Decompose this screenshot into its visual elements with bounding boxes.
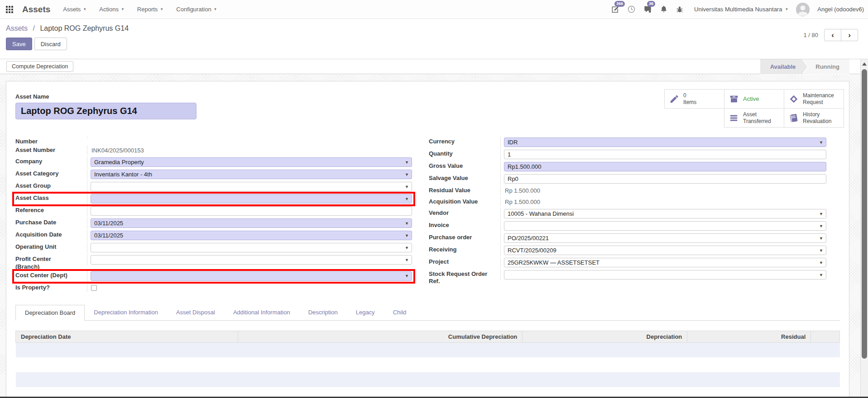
asset-transferred-button[interactable]: Asset Transferred [724, 108, 784, 128]
asset-group-label: Asset Group [15, 181, 87, 190]
tab-child[interactable]: Child [384, 305, 416, 320]
items-label: Items [683, 99, 696, 105]
column-depreciation-date[interactable]: Depreciation Date [16, 331, 238, 342]
tab-asset-disposal[interactable]: Asset Disposal [167, 305, 224, 320]
project-select[interactable]: 25GR25KWKW — ASSETSETSET▼ [504, 258, 826, 267]
purchase-date-input[interactable]: 03/11/2025▼ [91, 218, 412, 228]
breadcrumb-separator: / [33, 24, 34, 32]
notebook-tabs: Depreciation Board Depreciation Informat… [15, 305, 840, 321]
pager-previous-button[interactable]: ‹ [824, 29, 841, 41]
operating-unit-select[interactable]: ▼ [91, 243, 412, 252]
project-label: Project [429, 257, 500, 265]
field-row-profit-center: Profit Center (Branch) ▼ [15, 254, 412, 270]
purchase-order-label: Purchase order [429, 232, 500, 241]
status-available[interactable]: Available [760, 59, 808, 74]
history-revaluation-label: History Revaluation [803, 111, 841, 124]
currency-select[interactable]: IDR▼ [504, 137, 826, 147]
field-row-asset-number: Asset Number INK04/2025/000153 [15, 145, 412, 156]
maintenance-request-button[interactable]: Maintenance Request [784, 89, 844, 109]
apps-grid-icon[interactable] [6, 6, 13, 13]
items-stat-button[interactable]: 0Items [664, 89, 724, 109]
chevron-down-icon: ▼ [214, 7, 217, 11]
active-label: Active [743, 95, 759, 103]
active-toggle-button[interactable]: Active [724, 89, 784, 109]
debug-bug-icon[interactable] [676, 5, 684, 14]
residual-value-label: Residual Value [429, 185, 500, 194]
record-buttons: Save Discard [6, 38, 868, 50]
pencil-icon [669, 94, 679, 104]
history-revaluation-button[interactable]: History Revaluation [784, 108, 844, 128]
activity-clock-icon[interactable] [627, 5, 636, 14]
asset-name-input[interactable]: Laptop ROG Zephyrus G14 [15, 103, 197, 119]
asset-class-select[interactable]: ▼ [91, 194, 412, 204]
right-field-column: Currency IDR▼ Quantity 1 Gross Value Rp1… [429, 137, 826, 295]
is-property-checkbox[interactable] [91, 285, 97, 291]
scrollbar-up-arrow[interactable] [862, 62, 867, 66]
chevron-down-icon: ▼ [160, 7, 163, 11]
maintenance-request-label: Maintenance Request [803, 92, 841, 105]
tab-description[interactable]: Description [299, 305, 347, 320]
gross-value-input[interactable]: Rp1.500.000 [504, 162, 826, 171]
table-header-row: Depreciation Date Cumulative Depreciatio… [16, 331, 840, 342]
quantity-input[interactable]: 1 [504, 150, 826, 159]
user-avatar[interactable] [796, 3, 810, 16]
menu-assets[interactable]: Assets▼ [63, 6, 86, 13]
menu-configuration[interactable]: Configuration▼ [176, 6, 217, 13]
asset-category-select[interactable]: Inventaris Kantor - 4th▼ [91, 170, 412, 179]
breadcrumb-assets-link[interactable]: Assets [6, 24, 28, 32]
compute-depreciation-button[interactable]: Compute Depreciation [6, 61, 73, 72]
salvage-value-input[interactable]: Rp0 [504, 174, 826, 184]
invoice-select[interactable]: ▼ [504, 221, 826, 231]
cost-center-select[interactable]: ▼ [91, 271, 412, 281]
reference-input[interactable] [91, 206, 412, 216]
app-title[interactable]: Assets [22, 5, 50, 14]
discard-button[interactable]: Discard [34, 38, 67, 50]
chevron-down-icon: ▼ [819, 236, 823, 241]
asset-class-label: Asset Class [15, 193, 87, 202]
pager-next-button[interactable]: › [841, 29, 858, 41]
scrollbar-thumb[interactable] [862, 69, 867, 359]
menu-reports[interactable]: Reports▼ [137, 6, 163, 13]
chevron-down-icon: ▼ [121, 7, 125, 11]
messages-icon[interactable]: 366 [611, 5, 619, 14]
company-select[interactable]: Gramedia Property▼ [91, 157, 412, 167]
column-residual[interactable]: Residual [687, 331, 811, 342]
tab-depreciation-information[interactable]: Depreciation Information [85, 305, 167, 320]
purchase-order-select[interactable]: PO/2025/00221▼ [504, 233, 826, 243]
asset-number-label: Asset Number [15, 145, 87, 154]
field-row-vendor: Vendor 10005 - Wahana Dimensi▼ [429, 208, 826, 220]
status-running[interactable]: Running [803, 59, 849, 74]
notifications-bell-icon[interactable] [660, 5, 668, 14]
salvage-value-label: Salvage Value [429, 173, 500, 182]
field-row-number: Number [15, 137, 412, 145]
save-button[interactable]: Save [6, 38, 32, 50]
chat-icon[interactable]: 36 [643, 5, 652, 14]
currency-label: Currency [429, 137, 500, 145]
vertical-scrollbar[interactable] [860, 59, 868, 398]
stock-request-order-ref-select[interactable]: ▼ [504, 270, 826, 280]
tab-legacy[interactable]: Legacy [347, 305, 384, 320]
chevron-down-icon: ▼ [405, 197, 409, 201]
form-status-header: Compute Depreciation Available Running [0, 59, 868, 74]
column-cumulative-depreciation[interactable]: Cumulative Depreciation [238, 331, 523, 342]
chevron-down-icon: ▼ [819, 212, 823, 216]
profit-center-select[interactable]: ▼ [91, 255, 412, 265]
column-depreciation[interactable]: Depreciation [523, 331, 687, 342]
menu-actions[interactable]: Actions▼ [99, 6, 125, 13]
field-row-reference: Reference [15, 205, 412, 218]
tab-additional-information[interactable]: Additional Information [224, 305, 299, 320]
pager-buttons: ‹ › [824, 29, 858, 41]
field-row-company: Company Gramedia Property▼ [15, 156, 412, 169]
field-row-asset-category: Asset Category Inventaris Kantor - 4th▼ [15, 169, 412, 181]
receiving-select[interactable]: RCVT/2025/00209▼ [504, 246, 826, 255]
company-switcher[interactable]: Universitas Multimedia Nusantara▼ [694, 6, 788, 13]
vendor-select[interactable]: 10005 - Wahana Dimensi▼ [504, 209, 826, 218]
form-sheet: 0Items Active Maintenance Request Asset … [6, 81, 849, 398]
form-background: 0Items Active Maintenance Request Asset … [0, 75, 860, 398]
asset-group-select[interactable]: ▼ [91, 182, 412, 191]
user-menu[interactable]: Angel (odoodev6) [817, 6, 864, 13]
field-row-currency: Currency IDR▼ [429, 137, 826, 149]
tab-depreciation-board[interactable]: Depreciation Board [15, 305, 85, 321]
acquisition-date-input[interactable]: 03/11/2025▼ [91, 231, 412, 240]
chat-badge: 36 [647, 1, 655, 7]
